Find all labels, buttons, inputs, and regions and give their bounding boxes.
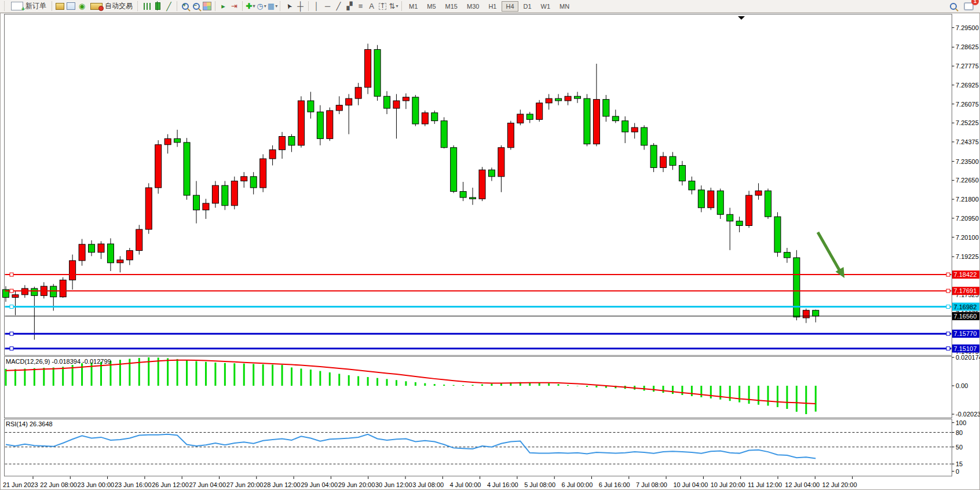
rsi-label: RSI(14) 26.3648 [6,420,53,427]
candle-body [422,113,428,124]
candle-body [575,96,581,98]
text-tool-button[interactable]: A [366,1,377,12]
candlestick [708,188,714,210]
vertical-line-button[interactable]: │ [311,1,322,12]
monitor-icon [67,2,75,10]
candle-body [145,188,152,229]
zoom-out-button[interactable]: − [191,1,202,12]
main-chart-panel[interactable] [5,14,952,356]
crosshair-button[interactable]: ┼ [295,1,306,12]
candle-body [136,229,142,251]
separator [308,1,309,11]
date-axis-label: 27 Jun 04:00 [189,481,226,488]
candle-body [336,105,342,111]
timeframe-button-m5[interactable]: M5 [423,1,440,12]
chart-shift-button[interactable]: ⇥ [229,1,240,12]
date-axis-label: 12 Jul 20:00 [822,481,857,488]
candle-body [164,138,171,144]
timeframe-button-m15[interactable]: M15 [441,1,462,12]
candle-body [31,288,38,295]
line-handle[interactable] [10,347,13,350]
candle-body [365,49,371,87]
candle-body [451,148,457,192]
candle-body [565,96,571,101]
line-chart-button[interactable]: ╱ [163,1,174,12]
line-handle[interactable] [10,305,13,309]
toolbar-grip[interactable] [4,1,6,11]
date-axis-label: 6 Jul 16:00 [599,481,630,488]
toolbar-grip[interactable] [137,1,140,11]
indicators-button[interactable]: ✚▾ [245,1,256,12]
candle-body [60,280,66,297]
line-handle[interactable] [10,289,13,292]
date-axis-label: 28 Jun 12:00 [264,481,301,488]
timeframe-button-w1[interactable]: W1 [537,1,555,12]
trendline-button[interactable]: ╱ [333,1,344,12]
line-handle[interactable] [946,273,950,276]
channel-button[interactable]: ▞ [344,1,355,12]
candle-body [346,98,352,105]
macd-panel[interactable] [5,357,952,418]
timeframe-button-m30[interactable]: M30 [463,1,483,12]
date-axis-label: 3 Jul 08:00 [412,481,444,488]
candle-body [650,145,657,167]
bar-chart-button[interactable] [141,1,152,12]
auto-scroll-button[interactable]: ▸ [218,1,229,12]
line-handle[interactable] [946,332,950,335]
tile-windows-button[interactable] [202,1,213,12]
candlestick [479,167,485,201]
candle-body [612,116,619,121]
new-order-button[interactable]: + 新订单 [8,1,49,12]
line-handle[interactable] [10,332,13,335]
auto-trading-button[interactable]: 自动交易 [87,1,136,12]
price-axis-label: 7.27775 [956,63,979,70]
candle-chart-button[interactable] [152,1,163,12]
line-handle[interactable] [946,347,950,350]
candlestick-icon [155,2,160,10]
search-button[interactable] [948,1,959,12]
periods-button[interactable]: ◷▾ [256,1,267,12]
signal-icon: ◉ [79,2,85,10]
timeframe-button-m1[interactable]: M1 [405,1,422,12]
price-tag-label: 7.16560 [954,313,977,320]
zoom-in-button[interactable]: + [180,1,191,12]
date-axis-label: 10 Jul 04:00 [673,481,708,488]
chart-window-button[interactable] [65,1,76,12]
candle-body [393,101,400,108]
horizontal-line-button[interactable]: ─ [322,1,333,12]
candlestick [374,45,381,101]
notifications-button[interactable]: 1 [963,1,974,12]
candle-body [412,97,419,124]
label-tool-button[interactable]: T [377,1,388,12]
price-axis-label: 7.21800 [956,196,979,203]
chevron-down-icon: ▾ [396,4,398,9]
line-handle[interactable] [10,273,13,276]
rsi-axis-label: 15 [956,460,963,467]
macd-axis-label: -0.020231 [956,411,980,418]
line-handle[interactable] [946,305,950,309]
templates-button[interactable]: ▦▾ [267,1,278,12]
timeframe-button-h4[interactable]: H4 [502,1,518,12]
signal-button[interactable]: ◉ [76,1,87,12]
toolbar-grip[interactable] [280,1,282,11]
candlestick [793,250,800,320]
candle-body [765,191,771,217]
candlestick [746,191,752,228]
timeframe-button-d1[interactable]: D1 [520,1,536,12]
price-axis-label: 7.20950 [956,215,979,222]
timeframe-button-h1[interactable]: H1 [484,1,500,12]
notification-badge: 1 [971,0,979,5]
fibonacci-button[interactable]: ≡ [355,1,366,12]
price-axis-label: 7.26925 [956,82,979,89]
line-handle[interactable] [946,289,950,292]
cursor-button[interactable]: ➤ [284,1,295,12]
arrows-button[interactable]: ⇅▾ [388,1,399,12]
market-box-button[interactable] [54,1,65,12]
timeframe-button-mn[interactable]: MN [555,1,573,12]
candle-body [441,121,447,148]
candlestick [136,225,142,254]
date-axis-label: 7 Jul 08:00 [636,481,667,488]
price-axis-label: 7.19225 [956,253,979,260]
price-axis-label: 7.22650 [956,177,979,184]
chart-canvas[interactable]: 7.295007.286257.277757.269257.260757.252… [0,0,980,490]
